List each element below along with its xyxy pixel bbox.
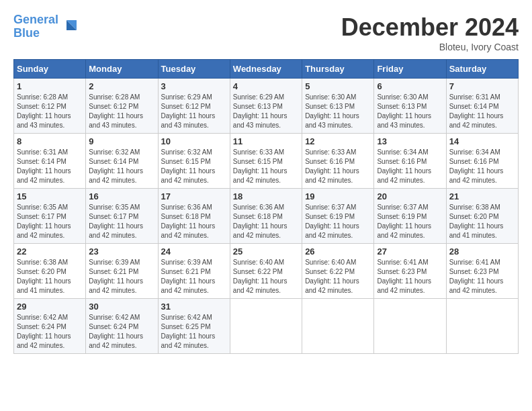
day-of-week-header: Friday bbox=[374, 60, 446, 79]
calendar-cell: 7Sunrise: 6:31 AMSunset: 6:14 PMDaylight… bbox=[446, 79, 518, 134]
calendar-cell: 10Sunrise: 6:32 AMSunset: 6:15 PMDayligh… bbox=[158, 134, 230, 189]
day-number: 8 bbox=[17, 136, 83, 146]
calendar-cell: 25Sunrise: 6:40 AMSunset: 6:22 PMDayligh… bbox=[230, 244, 302, 299]
day-info: Sunrise: 6:41 AMSunset: 6:23 PMDaylight:… bbox=[449, 258, 515, 295]
calendar-cell: 19Sunrise: 6:37 AMSunset: 6:19 PMDayligh… bbox=[302, 189, 374, 244]
day-number: 3 bbox=[161, 81, 227, 91]
day-number: 13 bbox=[377, 136, 443, 146]
day-info: Sunrise: 6:32 AMSunset: 6:15 PMDaylight:… bbox=[161, 148, 227, 185]
day-info: Sunrise: 6:39 AMSunset: 6:21 PMDaylight:… bbox=[89, 258, 154, 295]
day-info: Sunrise: 6:35 AMSunset: 6:17 PMDaylight:… bbox=[89, 203, 154, 240]
day-number: 31 bbox=[161, 302, 227, 312]
calendar-cell: 24Sunrise: 6:39 AMSunset: 6:21 PMDayligh… bbox=[158, 244, 230, 299]
day-number: 29 bbox=[17, 302, 83, 312]
day-number: 19 bbox=[305, 191, 371, 201]
day-of-week-header: Tuesday bbox=[158, 60, 230, 79]
day-number: 14 bbox=[449, 136, 515, 146]
day-info: Sunrise: 6:40 AMSunset: 6:22 PMDaylight:… bbox=[305, 258, 371, 295]
day-number: 4 bbox=[233, 81, 299, 91]
day-number: 30 bbox=[89, 302, 154, 312]
calendar-week-row: 8Sunrise: 6:31 AMSunset: 6:14 PMDaylight… bbox=[14, 134, 519, 189]
calendar-cell: 4Sunrise: 6:29 AMSunset: 6:13 PMDaylight… bbox=[230, 79, 302, 134]
calendar-cell: 23Sunrise: 6:39 AMSunset: 6:21 PMDayligh… bbox=[86, 244, 158, 299]
calendar-cell: 12Sunrise: 6:33 AMSunset: 6:16 PMDayligh… bbox=[302, 134, 374, 189]
day-number: 24 bbox=[161, 246, 227, 257]
calendar-cell bbox=[230, 299, 302, 354]
calendar-cell: 17Sunrise: 6:36 AMSunset: 6:18 PMDayligh… bbox=[158, 189, 230, 244]
day-number: 28 bbox=[449, 246, 515, 257]
calendar-cell: 31Sunrise: 6:42 AMSunset: 6:25 PMDayligh… bbox=[158, 299, 230, 354]
calendar-cell: 9Sunrise: 6:32 AMSunset: 6:14 PMDaylight… bbox=[86, 134, 158, 189]
calendar-cell: 2Sunrise: 6:28 AMSunset: 6:12 PMDaylight… bbox=[86, 79, 158, 134]
calendar-cell: 13Sunrise: 6:34 AMSunset: 6:16 PMDayligh… bbox=[374, 134, 446, 189]
calendar-cell: 21Sunrise: 6:38 AMSunset: 6:20 PMDayligh… bbox=[446, 189, 518, 244]
calendar-table: SundayMondayTuesdayWednesdayThursdayFrid… bbox=[13, 59, 519, 354]
location-subtitle: Bloteu, Ivory Coast bbox=[341, 42, 519, 52]
calendar-week-row: 29Sunrise: 6:42 AMSunset: 6:24 PMDayligh… bbox=[14, 299, 519, 354]
day-info: Sunrise: 6:36 AMSunset: 6:18 PMDaylight:… bbox=[161, 203, 227, 240]
day-of-week-header: Wednesday bbox=[230, 60, 302, 79]
day-number: 9 bbox=[89, 136, 154, 146]
calendar-cell bbox=[446, 299, 518, 354]
day-info: Sunrise: 6:37 AMSunset: 6:19 PMDaylight:… bbox=[377, 203, 443, 240]
logo-text: General Blue bbox=[13, 13, 58, 40]
day-info: Sunrise: 6:40 AMSunset: 6:22 PMDaylight:… bbox=[233, 258, 299, 295]
logo: General Blue bbox=[13, 13, 80, 40]
day-info: Sunrise: 6:42 AMSunset: 6:25 PMDaylight:… bbox=[161, 313, 227, 351]
day-of-week-header: Saturday bbox=[446, 60, 518, 79]
page-header: General Blue December 2024 Bloteu, Ivory… bbox=[13, 13, 519, 52]
calendar-cell: 18Sunrise: 6:36 AMSunset: 6:18 PMDayligh… bbox=[230, 189, 302, 244]
day-number: 7 bbox=[449, 81, 515, 91]
day-info: Sunrise: 6:34 AMSunset: 6:16 PMDaylight:… bbox=[449, 148, 515, 185]
day-number: 2 bbox=[89, 81, 154, 91]
day-number: 16 bbox=[89, 191, 154, 201]
day-number: 20 bbox=[377, 191, 443, 201]
day-info: Sunrise: 6:39 AMSunset: 6:21 PMDaylight:… bbox=[161, 258, 227, 295]
calendar-header-row: SundayMondayTuesdayWednesdayThursdayFrid… bbox=[14, 60, 519, 79]
day-of-week-header: Thursday bbox=[302, 60, 374, 79]
day-info: Sunrise: 6:34 AMSunset: 6:16 PMDaylight:… bbox=[377, 148, 443, 185]
day-number: 5 bbox=[305, 81, 371, 91]
day-info: Sunrise: 6:42 AMSunset: 6:24 PMDaylight:… bbox=[89, 313, 154, 351]
day-number: 10 bbox=[161, 136, 227, 146]
day-info: Sunrise: 6:38 AMSunset: 6:20 PMDaylight:… bbox=[449, 203, 515, 240]
calendar-cell: 5Sunrise: 6:30 AMSunset: 6:13 PMDaylight… bbox=[302, 79, 374, 134]
day-number: 26 bbox=[305, 246, 371, 257]
day-number: 21 bbox=[449, 191, 515, 201]
day-number: 11 bbox=[233, 136, 299, 146]
calendar-week-row: 15Sunrise: 6:35 AMSunset: 6:17 PMDayligh… bbox=[14, 189, 519, 244]
day-info: Sunrise: 6:33 AMSunset: 6:15 PMDaylight:… bbox=[233, 148, 299, 185]
calendar-cell: 30Sunrise: 6:42 AMSunset: 6:24 PMDayligh… bbox=[86, 299, 158, 354]
day-info: Sunrise: 6:28 AMSunset: 6:12 PMDaylight:… bbox=[89, 93, 154, 130]
day-number: 27 bbox=[377, 246, 443, 257]
day-of-week-header: Sunday bbox=[14, 60, 86, 79]
day-number: 18 bbox=[233, 191, 299, 201]
title-block: December 2024 Bloteu, Ivory Coast bbox=[341, 13, 519, 52]
calendar-cell: 14Sunrise: 6:34 AMSunset: 6:16 PMDayligh… bbox=[446, 134, 518, 189]
calendar-week-row: 22Sunrise: 6:38 AMSunset: 6:20 PMDayligh… bbox=[14, 244, 519, 299]
month-title: December 2024 bbox=[341, 13, 519, 42]
day-number: 23 bbox=[89, 246, 154, 257]
calendar-cell: 20Sunrise: 6:37 AMSunset: 6:19 PMDayligh… bbox=[374, 189, 446, 244]
day-number: 22 bbox=[17, 246, 83, 257]
calendar-cell: 28Sunrise: 6:41 AMSunset: 6:23 PMDayligh… bbox=[446, 244, 518, 299]
calendar-cell: 22Sunrise: 6:38 AMSunset: 6:20 PMDayligh… bbox=[14, 244, 86, 299]
logo-icon bbox=[60, 17, 80, 37]
calendar-cell: 15Sunrise: 6:35 AMSunset: 6:17 PMDayligh… bbox=[14, 189, 86, 244]
day-info: Sunrise: 6:29 AMSunset: 6:13 PMDaylight:… bbox=[233, 93, 299, 130]
calendar-body: 1Sunrise: 6:28 AMSunset: 6:12 PMDaylight… bbox=[14, 79, 519, 354]
calendar-week-row: 1Sunrise: 6:28 AMSunset: 6:12 PMDaylight… bbox=[14, 79, 519, 134]
day-info: Sunrise: 6:36 AMSunset: 6:18 PMDaylight:… bbox=[233, 203, 299, 240]
day-number: 15 bbox=[17, 191, 83, 201]
day-number: 12 bbox=[305, 136, 371, 146]
day-info: Sunrise: 6:38 AMSunset: 6:20 PMDaylight:… bbox=[17, 258, 83, 295]
day-info: Sunrise: 6:33 AMSunset: 6:16 PMDaylight:… bbox=[305, 148, 371, 185]
day-info: Sunrise: 6:35 AMSunset: 6:17 PMDaylight:… bbox=[17, 203, 83, 240]
calendar-cell: 1Sunrise: 6:28 AMSunset: 6:12 PMDaylight… bbox=[14, 79, 86, 134]
calendar-cell: 27Sunrise: 6:41 AMSunset: 6:23 PMDayligh… bbox=[374, 244, 446, 299]
calendar-cell: 26Sunrise: 6:40 AMSunset: 6:22 PMDayligh… bbox=[302, 244, 374, 299]
day-info: Sunrise: 6:37 AMSunset: 6:19 PMDaylight:… bbox=[305, 203, 371, 240]
calendar-cell bbox=[374, 299, 446, 354]
day-info: Sunrise: 6:32 AMSunset: 6:14 PMDaylight:… bbox=[89, 148, 154, 185]
day-info: Sunrise: 6:29 AMSunset: 6:12 PMDaylight:… bbox=[161, 93, 227, 130]
